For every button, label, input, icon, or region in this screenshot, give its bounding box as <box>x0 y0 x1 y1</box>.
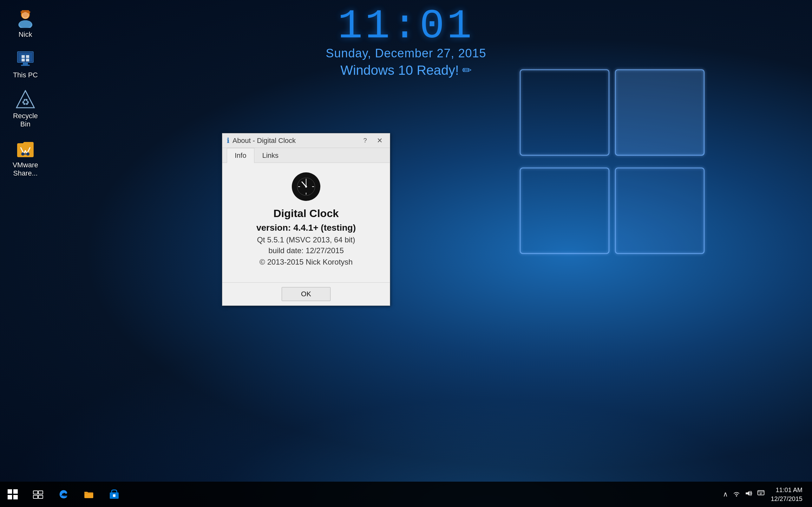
dialog-ok-button[interactable]: OK <box>282 287 331 301</box>
dialog-tabs: Info Links <box>222 148 390 163</box>
clock-tagline-display: Windows 10 Ready! ✏ <box>326 63 486 78</box>
clock-time-display: 11:01 <box>326 3 486 50</box>
svg-point-12 <box>20 20 31 28</box>
desktop-icon-recycle[interactable]: ♻ Recycle Bin <box>6 88 44 130</box>
start-button[interactable] <box>0 482 26 507</box>
svg-rect-19 <box>26 55 29 58</box>
svg-rect-45 <box>113 494 115 497</box>
svg-rect-40 <box>33 491 38 494</box>
dialog-title: About - Digital Clock <box>233 136 356 145</box>
svg-rect-4 <box>615 70 704 155</box>
volume-icon[interactable] <box>745 490 753 498</box>
explorer-button[interactable] <box>76 482 101 507</box>
nick-icon-label: Nick <box>19 31 32 39</box>
dialog-tab-info[interactable]: Info <box>227 148 254 163</box>
dialog-help-button[interactable]: ? <box>359 135 371 147</box>
desktop-icons: Nick <box>6 6 44 179</box>
light-sweep <box>0 317 812 507</box>
nick-icon-img <box>15 8 36 29</box>
taskbar-date: 12/27/2015 <box>771 494 803 503</box>
clock-date-display: Sunday, December 27, 2015 <box>326 47 486 60</box>
recycle-icon-img: ♻ <box>15 90 36 110</box>
edge-icon <box>58 489 69 500</box>
dialog-titlebar: ℹ About - Digital Clock ? ✕ <box>222 133 390 148</box>
thispc-icon-label: This PC <box>13 71 38 79</box>
edge-button[interactable] <box>51 482 76 507</box>
chevron-up-icon[interactable]: ∧ <box>723 490 728 498</box>
app-copyright-text: © 2013-2015 Nick Korotysh <box>229 258 384 267</box>
desktop-clock: 11:01 Sunday, December 27, 2015 Windows … <box>326 3 486 78</box>
recycle-icon-label: Recycle Bin <box>8 112 43 129</box>
svg-rect-5 <box>615 168 704 253</box>
svg-rect-20 <box>21 59 25 61</box>
task-view-button[interactable] <box>26 482 51 507</box>
svg-rect-43 <box>38 495 43 498</box>
windows-logo-bg <box>501 51 723 273</box>
svg-rect-21 <box>26 59 29 61</box>
app-build-text: build date: 12/27/2015 <box>229 246 384 255</box>
svg-rect-15 <box>18 53 32 61</box>
svg-rect-17 <box>21 65 30 66</box>
svg-text:♻: ♻ <box>21 97 30 107</box>
svg-point-11 <box>22 12 28 18</box>
taskbar-right: ∧ <box>723 486 812 503</box>
svg-rect-2 <box>520 168 609 253</box>
taskbar-clock[interactable]: 11:01 AM 12/27/2015 <box>768 486 806 503</box>
dialog-content: Digital Clock version: 4.4.1+ (testing) … <box>222 163 390 282</box>
vmware-icon-label: VMwareShare... <box>13 161 38 178</box>
dialog-footer: OK <box>222 282 390 305</box>
thispc-icon-img <box>15 49 36 69</box>
start-icon <box>7 489 18 500</box>
svg-rect-48 <box>758 491 764 495</box>
app-icon <box>292 172 320 201</box>
app-qt-text: Qt 5.5.1 (MSVC 2013, 64 bit) <box>229 235 384 244</box>
desktop: 11:01 Sunday, December 27, 2015 Windows … <box>0 0 812 507</box>
svg-rect-38 <box>8 495 12 499</box>
svg-point-46 <box>736 495 737 497</box>
desktop-icon-nick[interactable]: Nick <box>6 6 44 41</box>
app-name-text: Digital Clock <box>229 207 384 220</box>
taskbar-time: 11:01 AM <box>771 486 803 494</box>
svg-rect-37 <box>13 489 18 494</box>
svg-point-35 <box>305 186 307 187</box>
svg-rect-36 <box>8 489 12 494</box>
notification-icon[interactable] <box>757 490 764 498</box>
network-icon[interactable] <box>733 490 740 498</box>
store-button[interactable] <box>101 482 127 507</box>
svg-rect-16 <box>23 63 28 65</box>
vmware-icon-img <box>15 139 36 159</box>
svg-rect-39 <box>13 495 18 499</box>
svg-rect-42 <box>33 495 38 498</box>
svg-rect-18 <box>21 55 25 58</box>
svg-rect-41 <box>38 491 43 494</box>
task-view-icon <box>33 489 44 500</box>
about-dialog: ℹ About - Digital Clock ? ✕ Info Links <box>222 133 390 306</box>
desktop-icon-thispc[interactable]: This PC <box>6 47 44 81</box>
svg-marker-47 <box>746 491 750 496</box>
taskbar-sys-icons: ∧ <box>723 490 764 498</box>
taskbar: ∧ <box>0 482 812 507</box>
dialog-info-icon: ℹ <box>227 136 229 145</box>
desktop-icon-vmware[interactable]: VMwareShare... <box>6 137 44 180</box>
app-version-text: version: 4.4.1+ (testing) <box>229 223 384 233</box>
store-icon <box>108 489 120 500</box>
dialog-close-button[interactable]: ✕ <box>374 135 386 147</box>
explorer-icon <box>83 489 95 500</box>
dialog-tab-links[interactable]: Links <box>254 148 287 163</box>
svg-rect-0 <box>520 70 609 155</box>
pencil-icon: ✏ <box>462 64 472 77</box>
